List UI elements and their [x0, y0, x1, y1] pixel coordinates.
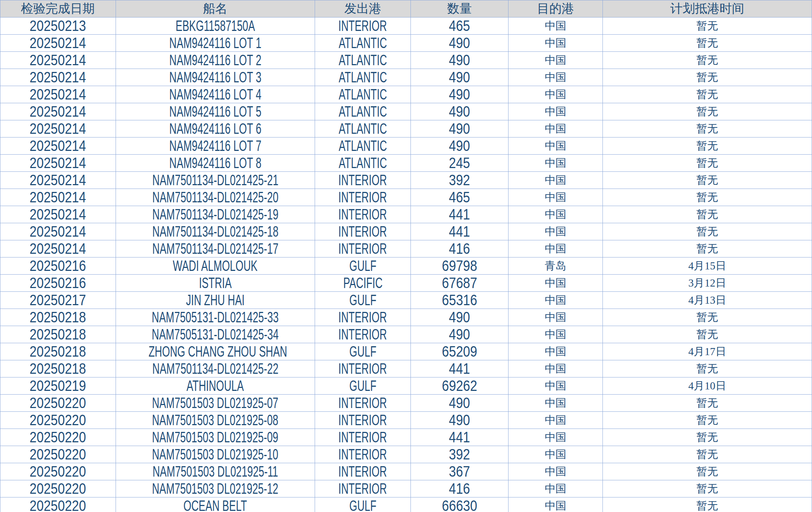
cell-value: 暂无 [696, 414, 718, 426]
cell-inspection-date: 20250214 [0, 120, 116, 138]
cell-value: 69798 [442, 257, 477, 274]
table-row: 20250214NAM7501134-DL021425-21INTERIOR39… [0, 172, 812, 189]
cell-destination-port: 中国 [509, 103, 603, 120]
cell-ship-name: NAM9424116 LOT 7 [116, 138, 315, 155]
data-table: 检验完成日期 船名 发出港 数量 目的港 计划抵港时间 20250213EBKG… [0, 0, 812, 512]
cell-value: NAM9424116 LOT 3 [169, 69, 261, 86]
cell-planned-arrival: 暂无 [602, 412, 812, 429]
cell-value: WADI ALMOLOUK [173, 257, 258, 274]
cell-quantity: 65316 [410, 292, 508, 309]
cell-value: NAM7501134-DL021425-19 [152, 206, 278, 223]
table-row: 20250214NAM7501134-DL021425-17INTERIOR41… [0, 240, 812, 257]
cell-value: 20250214 [30, 69, 86, 86]
cell-destination-port: 中国 [509, 412, 603, 429]
cell-inspection-date: 20250219 [0, 377, 116, 395]
cell-value: NAM9424116 LOT 2 [169, 52, 261, 69]
cell-quantity: 245 [410, 155, 508, 172]
cell-value: PACIFIC [343, 275, 382, 291]
cell-planned-arrival: 4月17日 [602, 343, 812, 360]
cell-value: GULF [349, 292, 377, 309]
cell-quantity: 416 [410, 240, 508, 257]
cell-value: 暂无 [696, 123, 718, 135]
cell-value: 441 [449, 360, 470, 377]
cell-planned-arrival: 暂无 [602, 206, 812, 223]
column-header-planned-arrival: 计划抵港时间 [602, 0, 812, 18]
cell-value: 20250217 [30, 292, 86, 309]
cell-value: 暂无 [696, 191, 718, 203]
column-header-ship-name: 船名 [116, 0, 315, 18]
cell-quantity: 465 [410, 18, 508, 35]
cell-value: INTERIOR [339, 189, 387, 206]
cell-inspection-date: 20250214 [0, 35, 116, 52]
cell-value: 20250214 [30, 172, 86, 189]
cell-ship-name: NAM9424116 LOT 4 [116, 86, 315, 103]
cell-value: 490 [449, 138, 470, 154]
cell-origin-port: ATLANTIC [315, 52, 411, 69]
cell-value: 暂无 [696, 500, 718, 512]
cell-value: 66630 [442, 497, 477, 512]
cell-origin-port: INTERIOR [315, 189, 411, 206]
cell-ship-name: NAM7501134-DL021425-20 [116, 189, 315, 206]
table-row: 20250220OCEAN BELTGULF66630中国暂无 [0, 497, 812, 512]
cell-value: 中国 [545, 363, 566, 374]
cell-value: 465 [449, 189, 470, 206]
cell-destination-port: 中国 [509, 480, 603, 497]
cell-value: 490 [449, 69, 470, 86]
cell-planned-arrival: 暂无 [602, 52, 812, 69]
cell-value: 441 [449, 206, 470, 223]
cell-planned-arrival: 暂无 [602, 326, 812, 343]
cell-origin-port: INTERIOR [315, 309, 411, 326]
cell-ship-name: NAM7501503 DL021925-12 [116, 480, 315, 497]
cell-value: 暂无 [696, 54, 718, 66]
cell-value: 392 [449, 172, 470, 189]
cell-value: 4月10日 [688, 380, 726, 392]
cell-value: NAM7501503 DL021925-10 [152, 446, 278, 463]
table-row: 20250220NAM7501503 DL021925-07INTERIOR49… [0, 395, 812, 412]
cell-inspection-date: 20250220 [0, 497, 116, 512]
cell-value: 中国 [545, 191, 566, 203]
cell-value: 20250214 [30, 52, 86, 69]
cell-value: 441 [449, 429, 470, 446]
table-row: 20250220NAM7501503 DL021925-08INTERIOR49… [0, 412, 812, 429]
cell-quantity: 490 [410, 103, 508, 120]
cell-value: GULF [349, 257, 377, 274]
cell-inspection-date: 20250213 [0, 18, 116, 35]
cell-planned-arrival: 暂无 [602, 155, 812, 172]
cell-value: ATLANTIC [339, 155, 387, 171]
table-row: 20250218NAM7505131-DL021425-34INTERIOR49… [0, 326, 812, 343]
cell-value: 中国 [545, 208, 566, 220]
table-row: 20250214NAM7501134-DL021425-18INTERIOR44… [0, 223, 812, 240]
cell-origin-port: GULF [315, 292, 411, 309]
cell-value: 20250220 [30, 463, 86, 480]
cell-value: 暂无 [696, 157, 718, 169]
cell-value: 中国 [545, 328, 566, 340]
cell-quantity: 490 [410, 35, 508, 52]
cell-value: 20250220 [30, 446, 86, 463]
cell-value: 中国 [545, 397, 566, 409]
cell-value: NAM9424116 LOT 1 [169, 35, 261, 51]
cell-value: 20250218 [30, 326, 86, 343]
cell-value: 暂无 [696, 243, 718, 255]
cell-planned-arrival: 暂无 [602, 395, 812, 412]
cell-value: 暂无 [696, 483, 718, 494]
table-row: 20250214NAM9424116 LOT 6ATLANTIC490中国暂无 [0, 120, 812, 138]
cell-planned-arrival: 暂无 [602, 446, 812, 463]
cell-value: 20250216 [30, 257, 86, 274]
cell-value: INTERIOR [339, 206, 387, 223]
cell-value: INTERIOR [339, 18, 387, 34]
cell-value: 中国 [545, 20, 566, 32]
cell-ship-name: NAM7501503 DL021925-07 [116, 395, 315, 412]
cell-value: NAM7501134-DL021425-18 [152, 223, 278, 240]
cell-destination-port: 中国 [509, 446, 603, 463]
cell-value: 20250214 [30, 138, 86, 154]
cell-planned-arrival: 暂无 [602, 480, 812, 497]
cell-value: 20250216 [30, 275, 86, 291]
cell-value: 20250220 [30, 480, 86, 497]
cell-ship-name: NAM7501503 DL021925-08 [116, 412, 315, 429]
cell-value: 中国 [545, 414, 566, 426]
cell-destination-port: 中国 [509, 292, 603, 309]
cell-inspection-date: 20250220 [0, 412, 116, 429]
column-header-destination-port: 目的港 [509, 0, 603, 18]
cell-value: INTERIOR [339, 223, 387, 240]
cell-value: INTERIOR [339, 360, 387, 377]
